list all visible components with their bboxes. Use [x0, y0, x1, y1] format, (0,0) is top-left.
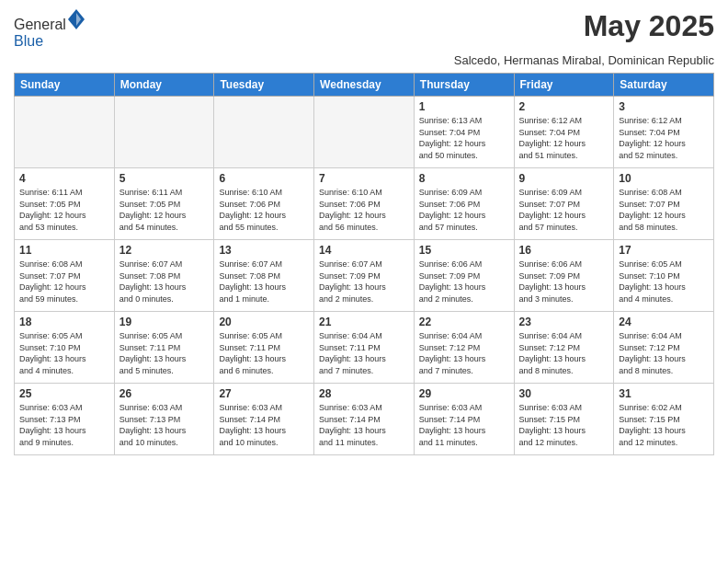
day-number: 16: [519, 244, 609, 257]
day-info: Sunrise: 6:10 AMSunset: 7:06 PMDaylight:…: [219, 187, 309, 233]
day-number: 30: [519, 387, 609, 400]
day-number: 5: [119, 172, 210, 185]
day-number: 25: [19, 387, 109, 400]
day-info: Sunrise: 6:04 AMSunset: 7:11 PMDaylight:…: [319, 330, 409, 376]
table-row: 21Sunrise: 6:04 AMSunset: 7:11 PMDayligh…: [314, 312, 415, 384]
table-row: 8Sunrise: 6:09 AMSunset: 7:06 PMDaylight…: [414, 168, 514, 240]
day-number: 15: [419, 244, 509, 257]
day-info: Sunrise: 6:04 AMSunset: 7:12 PMDaylight:…: [419, 330, 509, 376]
day-info: Sunrise: 6:02 AMSunset: 7:15 PMDaylight:…: [619, 402, 709, 448]
table-row: 23Sunrise: 6:04 AMSunset: 7:12 PMDayligh…: [514, 312, 614, 384]
day-info: Sunrise: 6:05 AMSunset: 7:11 PMDaylight:…: [119, 330, 210, 376]
day-number: 2: [519, 100, 609, 113]
table-row: 9Sunrise: 6:09 AMSunset: 7:07 PMDaylight…: [514, 168, 614, 240]
day-number: 8: [419, 172, 509, 185]
day-number: 29: [419, 387, 509, 400]
calendar-week-row: 11Sunrise: 6:08 AMSunset: 7:07 PMDayligh…: [15, 240, 714, 312]
day-info: Sunrise: 6:03 AMSunset: 7:14 PMDaylight:…: [419, 402, 509, 448]
day-info: Sunrise: 6:13 AMSunset: 7:04 PMDaylight:…: [419, 115, 509, 161]
table-row: 31Sunrise: 6:02 AMSunset: 7:15 PMDayligh…: [614, 384, 714, 455]
table-row: 17Sunrise: 6:05 AMSunset: 7:10 PMDayligh…: [614, 240, 714, 312]
day-info: Sunrise: 6:03 AMSunset: 7:13 PMDaylight:…: [119, 402, 210, 448]
table-row: 29Sunrise: 6:03 AMSunset: 7:14 PMDayligh…: [414, 384, 514, 455]
day-number: 6: [219, 172, 309, 185]
day-number: 11: [19, 244, 109, 257]
table-row: 3Sunrise: 6:12 AMSunset: 7:04 PMDaylight…: [614, 97, 714, 168]
col-tuesday: Tuesday: [214, 74, 314, 97]
day-info: Sunrise: 6:07 AMSunset: 7:08 PMDaylight:…: [219, 259, 309, 304]
day-info: Sunrise: 6:05 AMSunset: 7:10 PMDaylight:…: [19, 330, 109, 376]
calendar-week-row: 18Sunrise: 6:05 AMSunset: 7:10 PMDayligh…: [15, 312, 714, 384]
day-info: Sunrise: 6:05 AMSunset: 7:10 PMDaylight:…: [619, 259, 709, 304]
subtitle: Salcedo, Hermanas Mirabal, Dominican Rep…: [14, 53, 714, 67]
day-info: Sunrise: 6:03 AMSunset: 7:14 PMDaylight:…: [219, 402, 309, 448]
calendar-header-row: Sunday Monday Tuesday Wednesday Thursday…: [15, 74, 714, 97]
table-row: 28Sunrise: 6:03 AMSunset: 7:14 PMDayligh…: [314, 384, 415, 455]
table-row: 14Sunrise: 6:07 AMSunset: 7:09 PMDayligh…: [314, 240, 415, 312]
day-number: 22: [419, 316, 509, 328]
col-thursday: Thursday: [414, 74, 514, 97]
table-row: 20Sunrise: 6:05 AMSunset: 7:11 PMDayligh…: [214, 312, 314, 384]
table-row: 27Sunrise: 6:03 AMSunset: 7:14 PMDayligh…: [214, 384, 314, 455]
table-row: 13Sunrise: 6:07 AMSunset: 7:08 PMDayligh…: [214, 240, 314, 312]
table-row: [114, 97, 214, 168]
day-number: 7: [319, 172, 409, 185]
table-row: 24Sunrise: 6:04 AMSunset: 7:12 PMDayligh…: [614, 312, 714, 384]
day-info: Sunrise: 6:08 AMSunset: 7:07 PMDaylight:…: [619, 187, 709, 233]
logo: General Blue: [14, 9, 85, 50]
table-row: 15Sunrise: 6:06 AMSunset: 7:09 PMDayligh…: [414, 240, 514, 312]
table-row: 1Sunrise: 6:13 AMSunset: 7:04 PMDaylight…: [414, 97, 514, 168]
table-row: 22Sunrise: 6:04 AMSunset: 7:12 PMDayligh…: [414, 312, 514, 384]
day-info: Sunrise: 6:10 AMSunset: 7:06 PMDaylight:…: [319, 187, 409, 233]
table-row: 18Sunrise: 6:05 AMSunset: 7:10 PMDayligh…: [15, 312, 115, 384]
table-row: 5Sunrise: 6:11 AMSunset: 7:05 PMDaylight…: [114, 168, 214, 240]
table-row: [314, 97, 415, 168]
day-info: Sunrise: 6:11 AMSunset: 7:05 PMDaylight:…: [119, 187, 210, 233]
day-number: 3: [619, 100, 709, 113]
table-row: [15, 97, 115, 168]
table-row: 16Sunrise: 6:06 AMSunset: 7:09 PMDayligh…: [514, 240, 614, 312]
col-sunday: Sunday: [15, 74, 115, 97]
day-number: 20: [219, 316, 309, 328]
day-number: 27: [219, 387, 309, 400]
day-number: 13: [219, 244, 309, 257]
table-row: 4Sunrise: 6:11 AMSunset: 7:05 PMDaylight…: [15, 168, 115, 240]
day-info: Sunrise: 6:07 AMSunset: 7:09 PMDaylight:…: [319, 259, 409, 304]
day-info: Sunrise: 6:04 AMSunset: 7:12 PMDaylight:…: [519, 330, 609, 376]
calendar-week-row: 1Sunrise: 6:13 AMSunset: 7:04 PMDaylight…: [15, 97, 714, 168]
day-number: 4: [19, 172, 109, 185]
day-number: 26: [119, 387, 210, 400]
day-info: Sunrise: 6:11 AMSunset: 7:05 PMDaylight:…: [19, 187, 109, 233]
col-wednesday: Wednesday: [314, 74, 415, 97]
day-info: Sunrise: 6:12 AMSunset: 7:04 PMDaylight:…: [519, 115, 609, 161]
day-number: 18: [19, 316, 109, 328]
day-info: Sunrise: 6:06 AMSunset: 7:09 PMDaylight:…: [519, 259, 609, 304]
day-info: Sunrise: 6:09 AMSunset: 7:07 PMDaylight:…: [519, 187, 609, 233]
col-monday: Monday: [114, 74, 214, 97]
day-info: Sunrise: 6:03 AMSunset: 7:15 PMDaylight:…: [519, 402, 609, 448]
table-row: 7Sunrise: 6:10 AMSunset: 7:06 PMDaylight…: [314, 168, 415, 240]
day-number: 9: [519, 172, 609, 185]
day-number: 24: [619, 316, 709, 328]
table-row: [214, 97, 314, 168]
header-row: General Blue May 2025: [14, 9, 714, 50]
day-number: 14: [319, 244, 409, 257]
col-saturday: Saturday: [614, 74, 714, 97]
day-info: Sunrise: 6:05 AMSunset: 7:11 PMDaylight:…: [219, 330, 309, 376]
table-row: 10Sunrise: 6:08 AMSunset: 7:07 PMDayligh…: [614, 168, 714, 240]
day-number: 23: [519, 316, 609, 328]
main-container: General Blue May 2025 Salcedo, Hermanas …: [0, 0, 728, 465]
calendar-table: Sunday Monday Tuesday Wednesday Thursday…: [14, 73, 714, 455]
table-row: 19Sunrise: 6:05 AMSunset: 7:11 PMDayligh…: [114, 312, 214, 384]
day-number: 31: [619, 387, 709, 400]
day-number: 10: [619, 172, 709, 185]
day-info: Sunrise: 6:03 AMSunset: 7:14 PMDaylight:…: [319, 402, 409, 448]
logo-icon: [68, 9, 85, 29]
day-number: 19: [119, 316, 210, 328]
table-row: 26Sunrise: 6:03 AMSunset: 7:13 PMDayligh…: [114, 384, 214, 455]
day-info: Sunrise: 6:04 AMSunset: 7:12 PMDaylight:…: [619, 330, 709, 376]
month-title: May 2025: [584, 9, 714, 43]
table-row: 25Sunrise: 6:03 AMSunset: 7:13 PMDayligh…: [15, 384, 115, 455]
day-info: Sunrise: 6:09 AMSunset: 7:06 PMDaylight:…: [419, 187, 509, 233]
day-number: 12: [119, 244, 210, 257]
